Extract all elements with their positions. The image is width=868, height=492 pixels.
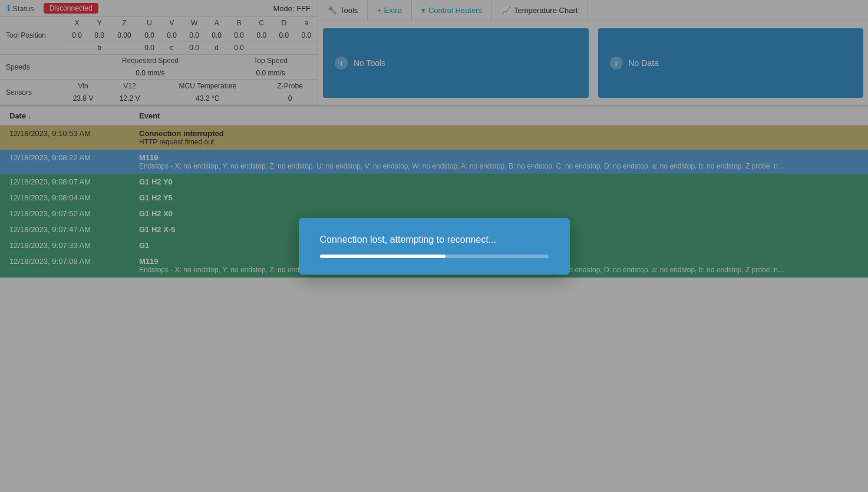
modal-message: Connection lost, attempting to reconnect… bbox=[320, 235, 549, 245]
progress-bar-fill bbox=[320, 255, 445, 258]
reconnect-modal: Connection lost, attempting to reconnect… bbox=[299, 218, 570, 275]
modal-overlay: Connection lost, attempting to reconnect… bbox=[0, 0, 868, 341]
progress-bar-bg bbox=[320, 255, 549, 258]
